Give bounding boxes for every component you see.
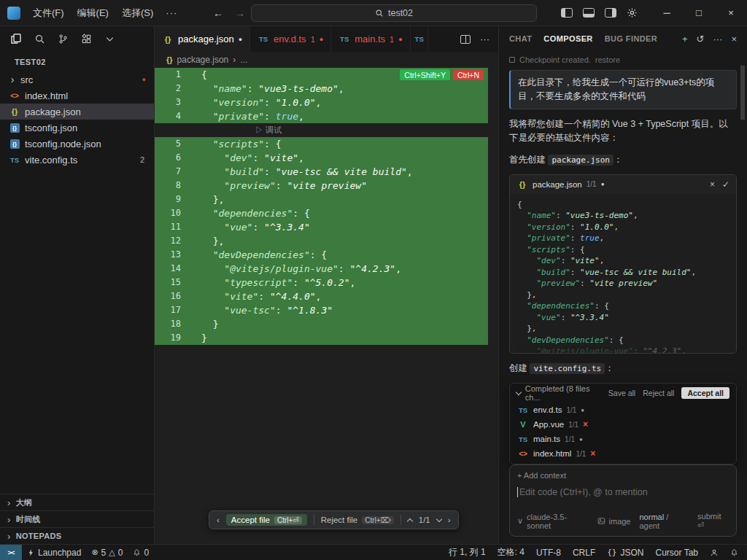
explorer-icon[interactable] [10,33,22,44]
workspace-root-label[interactable]: TEST02 [0,51,154,71]
search-text: test02 [388,8,413,18]
close-panel-icon[interactable]: × [731,34,737,44]
completed-file-main.ts[interactable]: TSmain.ts1/1● [510,432,736,446]
prev-change-icon[interactable] [406,518,412,524]
collapse-icon[interactable] [516,389,522,395]
command-center-search[interactable]: test02 [251,4,537,22]
completed-header[interactable]: Completed (8 files ch... Save all Reject… [510,384,736,402]
next-change-icon[interactable] [436,516,441,522]
problems-item[interactable]: ⊗ 5 △ 0 [86,545,128,560]
accept-all-button[interactable]: Accept all [681,387,729,399]
tree-item-tsconfig.node.json[interactable]: {}tsconfig.node.json [0,136,154,152]
tree-item-src[interactable]: ›src● [0,71,154,88]
accept-block-icon[interactable]: ✓ [722,179,729,190]
accept-file-button[interactable]: Accept file Ctrl+⏎ [226,514,307,526]
codelens-row[interactable]: ▷ 调试 [155,123,488,137]
editor-tab-partial[interactable]: TS [411,26,428,52]
code-card-header[interactable]: {} package.json 1/1 ● × ✓ [510,175,736,194]
window-controls: ─ □ × [651,0,747,26]
code-card-filename[interactable]: package.json [533,180,582,189]
source-control-icon[interactable] [58,34,69,44]
gear-icon[interactable] [627,7,638,18]
activity-bar [0,26,154,51]
code-line: 7 "build": "vue-tsc && vite build", [155,165,488,179]
attach-image-button[interactable]: image [597,517,631,526]
add-context-button[interactable]: + Add context [517,471,729,480]
menu-bar: 文件(F)编辑(E)选择(S) [26,4,160,23]
menu-item[interactable]: 文件(F) [26,4,71,23]
prev-file-button[interactable]: ‹ [217,516,220,524]
eol-sequence[interactable]: CRLF [567,545,601,560]
split-editor-icon[interactable] [460,35,471,44]
chat-tab-CHAT[interactable]: CHAT [509,34,532,43]
code-editor[interactable]: Ctrl+Shift+Y Ctrl+N 1{2 "name": "vue3-ts… [155,68,498,544]
title-bar: 文件(F)编辑(E)选择(S) ··· ← → test02 ─ □ × [0,0,747,26]
forward-button[interactable]: → [235,7,245,19]
menu-item[interactable]: 选择(S) [115,4,160,23]
editor-tab-package.json[interactable]: {}package.json● [155,26,250,52]
checkpoint-restore-link[interactable]: restore [595,55,620,64]
search-icon[interactable] [34,34,45,44]
reject-block-icon[interactable]: × [710,179,715,190]
notifications-count-item[interactable]: 0 [128,545,154,560]
reject-all-button[interactable]: Reject all [643,389,674,397]
tree-item-index.html[interactable]: <>index.html [0,88,154,104]
mode-toggle[interactable]: normal / agent [640,513,689,530]
notifications-bell-item[interactable] [724,545,744,560]
editor-tab-bar: {}package.json●TSenv.d.ts1●TSmain.ts1●TS… [155,26,498,52]
reject-file-button[interactable]: Reject file Ctrl+⌦ [321,516,394,524]
composer-input-box[interactable]: + Add context Edit code (Ctrl+I), @ to m… [509,464,737,537]
chat-tab-BUG FINDER[interactable]: BUG FINDER [605,34,657,43]
launchpad-item[interactable]: Launchpad [22,545,86,560]
line-number: 19 [155,331,191,345]
sidebar-section-大纲[interactable]: ›大纲 [0,494,154,510]
completed-file-App.vue[interactable]: VApp.vue1/1× [510,417,736,432]
toggle-panel-icon[interactable] [583,8,595,18]
completed-file-list: TSenv.d.ts1/1●VApp.vue1/1×TSmain.ts1/1●<… [510,402,736,461]
chat-tab-COMPOSER[interactable]: COMPOSER [543,34,592,43]
menu-item[interactable]: 编辑(E) [71,4,115,23]
editor-tab-main.ts[interactable]: TSmain.ts1● [331,26,410,52]
save-all-button[interactable]: Save all [608,389,635,397]
sidebar-section-时间线[interactable]: ›时间线 [0,510,154,527]
next-file-button[interactable]: › [448,516,451,524]
sidebar-section-NOTEPADS[interactable]: ›NOTEPADS [0,527,154,544]
more-actions-icon[interactable]: ··· [480,34,489,44]
indentation[interactable]: 空格: 4 [492,545,530,560]
tree-item-vite.config.ts[interactable]: TSvite.config.ts2 [0,152,154,168]
menu-overflow-button[interactable]: ··· [160,7,183,18]
file-tree: ›src●<>index.html{}package.json{}tsconfi… [0,71,154,168]
more-icon[interactable] [104,34,115,44]
maximize-button[interactable]: □ [683,0,715,26]
model-selector[interactable]: ∨ claude-3.5-sonnet [517,513,589,530]
breadcrumb-file[interactable]: package.json [177,55,229,65]
completed-file-env.d.ts[interactable]: TSenv.d.ts1/1● [510,402,736,417]
toggle-secondary-sidebar-icon[interactable] [605,8,616,18]
minimize-button[interactable]: ─ [651,0,683,26]
model-name: claude-3.5-sonnet [527,513,588,530]
history-icon[interactable]: ↺ [697,34,705,44]
encoding[interactable]: UTF-8 [530,545,567,560]
language-mode[interactable]: {} JSON [601,545,649,560]
toggle-sidebar-icon[interactable] [561,8,573,18]
submit-button[interactable]: submit ⏎ [697,512,729,530]
more-icon[interactable]: ··· [713,34,722,44]
cursor-tab-item[interactable]: Cursor Tab [650,545,704,560]
line-number: 9 [155,192,191,206]
breadcrumb[interactable]: {} package.json › ... [155,52,498,68]
extensions-icon[interactable] [81,34,92,44]
accounts-item[interactable] [704,545,724,560]
close-window-button[interactable]: × [715,0,747,26]
tree-item-package.json[interactable]: {}package.json [0,104,154,120]
tree-item-tsconfig.json[interactable]: {}tsconfig.json [0,120,154,136]
new-chat-icon[interactable]: + [682,34,688,44]
remote-indicator[interactable]: >< [0,545,22,560]
breadcrumb-more[interactable]: ... [240,55,247,65]
panel-scrollbar[interactable] [740,66,745,120]
completed-label: Completed (8 files ch... [525,384,604,402]
editor-tab-env.d.ts[interactable]: TSenv.d.ts1● [250,26,331,52]
cursor-position[interactable]: 行 1, 列 1 [443,545,492,560]
back-button[interactable]: ← [213,7,223,19]
bell-icon [730,548,738,557]
completed-file-index.html[interactable]: <>index.html1/1× [510,446,736,461]
